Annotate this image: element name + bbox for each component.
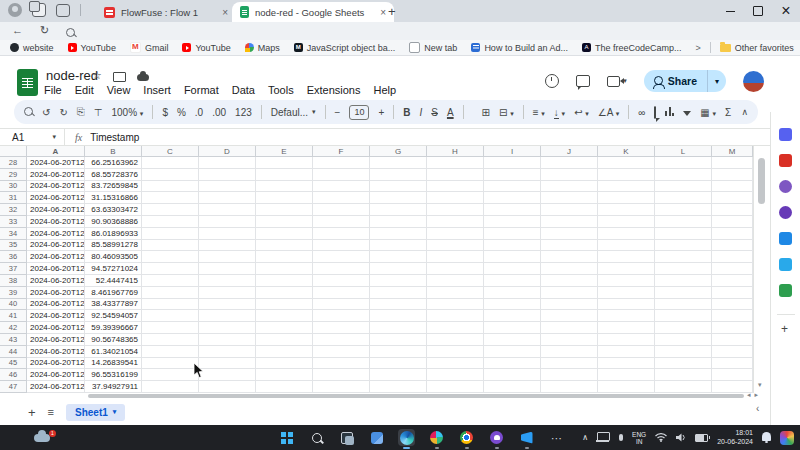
cell-empty[interactable]: [712, 287, 753, 299]
cell-empty[interactable]: [655, 204, 712, 216]
font-size-input[interactable]: 10: [349, 105, 369, 120]
cell-empty[interactable]: [142, 204, 199, 216]
redo-icon[interactable]: ↻: [59, 107, 67, 118]
cell-empty[interactable]: [541, 192, 598, 204]
merge-cells-icon[interactable]: ⊟ ▾: [499, 107, 514, 118]
cell-empty[interactable]: [712, 169, 753, 181]
cell-empty[interactable]: [598, 299, 655, 311]
cell-empty[interactable]: [370, 381, 427, 393]
vertical-align-icon[interactable]: ↓ ▾: [554, 107, 565, 118]
camera-icon[interactable]: [779, 232, 792, 245]
add-sheet-icon[interactable]: +: [28, 405, 36, 420]
bookmark-gmail[interactable]: MGmail: [130, 42, 169, 53]
format-percent-button[interactable]: %: [177, 107, 186, 118]
cell-empty[interactable]: [427, 369, 484, 381]
cell-empty[interactable]: [484, 299, 541, 311]
cell-a42[interactable]: 2024-06-20T12::: [27, 322, 85, 334]
cell-empty[interactable]: [142, 169, 199, 181]
cell-empty[interactable]: [712, 369, 753, 381]
cell-empty[interactable]: [598, 204, 655, 216]
cell-empty[interactable]: [655, 275, 712, 287]
bold-button[interactable]: B: [403, 107, 410, 118]
row-header-34[interactable]: 34: [0, 228, 27, 240]
cell-empty[interactable]: [712, 204, 753, 216]
cell-empty[interactable]: [712, 299, 753, 311]
cell-empty[interactable]: [427, 240, 484, 252]
refresh-icon[interactable]: ↻: [40, 24, 49, 37]
taskbar-corner-app-icon[interactable]: [780, 431, 794, 445]
cell-empty[interactable]: [256, 299, 313, 311]
name-box[interactable]: A1▾: [0, 132, 64, 143]
cell-b38[interactable]: 52.4447415: [85, 275, 142, 287]
cell-empty[interactable]: [199, 216, 256, 228]
cell-empty[interactable]: [370, 240, 427, 252]
functions-icon[interactable]: Σ: [725, 107, 731, 118]
cell-a35[interactable]: 2024-06-20T12::: [27, 240, 85, 252]
column-header-d[interactable]: D: [199, 146, 256, 157]
cell-empty[interactable]: [370, 358, 427, 370]
cell-empty[interactable]: [541, 181, 598, 193]
cell-a28[interactable]: 2024-06-20T12::: [27, 157, 85, 169]
cell-a43[interactable]: 2024-06-20T12::: [27, 334, 85, 346]
cell-empty[interactable]: [199, 310, 256, 322]
cell-empty[interactable]: [370, 299, 427, 311]
cell-empty[interactable]: [598, 358, 655, 370]
cell-empty[interactable]: [256, 169, 313, 181]
row-header-31[interactable]: 31: [0, 192, 27, 204]
cell-b47[interactable]: 37.94927911: [85, 381, 142, 393]
cell-empty[interactable]: [313, 157, 370, 169]
cell-empty[interactable]: [142, 299, 199, 311]
cell-empty[interactable]: [484, 263, 541, 275]
get-addons-icon[interactable]: +: [781, 322, 788, 336]
menu-view[interactable]: View: [107, 84, 131, 96]
cell-empty[interactable]: [712, 251, 753, 263]
cell-empty[interactable]: [484, 381, 541, 393]
cell-empty[interactable]: [313, 369, 370, 381]
column-header-l[interactable]: L: [655, 146, 712, 157]
cell-empty[interactable]: [427, 251, 484, 263]
cell-empty[interactable]: [199, 169, 256, 181]
scroll-right-icon[interactable]: ▸: [754, 391, 762, 398]
battery-icon[interactable]: [695, 434, 708, 442]
cell-empty[interactable]: [484, 358, 541, 370]
cell-b43[interactable]: 90.56748365: [85, 334, 142, 346]
cell-empty[interactable]: [541, 310, 598, 322]
cell-empty[interactable]: [313, 181, 370, 193]
insert-link-icon[interactable]: ∞: [638, 107, 645, 118]
comments-icon[interactable]: [576, 75, 590, 87]
vertical-scrollbar[interactable]: ▾: [753, 146, 771, 393]
cell-empty[interactable]: [655, 381, 712, 393]
cell-empty[interactable]: [712, 157, 753, 169]
cell-empty[interactable]: [427, 216, 484, 228]
other-favorites-button[interactable]: Other favorites: [720, 43, 794, 53]
cell-empty[interactable]: [313, 263, 370, 275]
cell-empty[interactable]: [712, 346, 753, 358]
row-header-39[interactable]: 39: [0, 287, 27, 299]
cell-empty[interactable]: [427, 310, 484, 322]
cell-empty[interactable]: [484, 322, 541, 334]
column-header-a[interactable]: A: [27, 146, 85, 157]
paper-plane-icon[interactable]: [779, 258, 792, 271]
cell-b40[interactable]: 38.43377897: [85, 299, 142, 311]
bookmark-youtube[interactable]: YouTube: [68, 43, 116, 53]
cell-empty[interactable]: [598, 275, 655, 287]
cell-b29[interactable]: 68.55728376: [85, 169, 142, 181]
version-history-icon[interactable]: [545, 74, 559, 88]
row-header-28[interactable]: 28: [0, 157, 27, 169]
row-header-36[interactable]: 36: [0, 251, 27, 263]
tab-flowfuse[interactable]: FlowFuse : Flow 1 ×: [96, 2, 236, 22]
cell-empty[interactable]: [598, 369, 655, 381]
bookmark-new-tab[interactable]: New tab: [409, 42, 457, 53]
search-icon[interactable]: [308, 429, 325, 446]
cell-empty[interactable]: [655, 346, 712, 358]
cell-b34[interactable]: 86.01896933: [85, 228, 142, 240]
sheets-logo-icon[interactable]: [17, 69, 38, 96]
name-box-dropdown-icon[interactable]: ▾: [52, 133, 56, 141]
cell-empty[interactable]: [370, 157, 427, 169]
cell-b42[interactable]: 59.39396667: [85, 322, 142, 334]
cell-empty[interactable]: [199, 157, 256, 169]
font-select[interactable]: Defaul...▾: [271, 107, 316, 118]
cell-empty[interactable]: [199, 358, 256, 370]
share-dropdown-icon[interactable]: ▾: [708, 77, 726, 86]
bookmark-the-freecodecamp[interactable]: AThe freeCodeCamp...: [582, 43, 682, 53]
